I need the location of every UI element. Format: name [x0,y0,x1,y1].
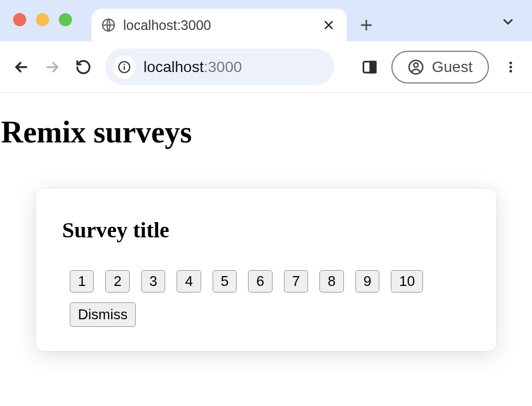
new-tab-button[interactable] [350,9,383,41]
profile-label: Guest [432,58,473,76]
user-icon [408,59,424,75]
profile-button[interactable]: Guest [391,51,489,83]
page-title: Remix surveys [0,115,532,150]
svg-point-3 [124,63,125,64]
rating-button-3[interactable]: 3 [141,270,165,292]
close-icon[interactable] [321,17,337,33]
rating-button-8[interactable]: 8 [319,270,343,292]
url-text: localhost:3000 [143,58,242,76]
svg-point-9 [510,65,512,68]
rating-button-5[interactable]: 5 [213,270,237,292]
url-host: localhost [143,58,204,75]
kebab-menu-icon[interactable] [502,57,520,77]
address-bar[interactable]: localhost:3000 [105,49,334,85]
rating-button-7[interactable]: 7 [284,270,308,292]
back-button[interactable] [12,57,30,77]
rating-button-4[interactable]: 4 [177,270,201,292]
svg-point-7 [414,63,418,67]
window-close-button[interactable] [13,13,26,26]
rating-row: 1 2 3 4 5 6 7 8 9 10 [70,270,470,292]
svg-point-10 [510,70,512,73]
rating-button-6[interactable]: 6 [248,270,272,292]
forward-button[interactable] [43,57,61,77]
survey-card: Survey title 1 2 3 4 5 6 7 8 9 10 Dismis… [36,189,496,351]
window-maximize-button[interactable] [59,13,72,26]
window-minimize-button[interactable] [36,13,49,26]
browser-tab-active[interactable]: localhost:3000 [92,9,347,41]
rating-button-1[interactable]: 1 [70,270,94,292]
url-port: :3000 [204,58,242,75]
browser-toolbar: localhost:3000 Guest [0,41,532,93]
survey-title: Survey title [62,217,470,243]
tab-title: localhost:3000 [123,17,313,33]
reload-button[interactable] [74,57,92,77]
side-panel-icon[interactable] [360,57,378,77]
svg-rect-5 [370,62,376,73]
rating-button-2[interactable]: 2 [105,270,129,292]
rating-button-9[interactable]: 9 [355,270,379,292]
svg-point-8 [510,61,512,64]
dismiss-button[interactable]: Dismiss [70,302,136,327]
browser-tab-strip: localhost:3000 [0,0,532,41]
globe-icon [101,18,116,32]
site-info-icon[interactable] [113,56,136,79]
chevron-down-icon[interactable] [500,14,516,29]
rating-button-10[interactable]: 10 [391,270,423,292]
page-content: Remix surveys Survey title 1 2 3 4 5 6 7… [0,115,532,351]
